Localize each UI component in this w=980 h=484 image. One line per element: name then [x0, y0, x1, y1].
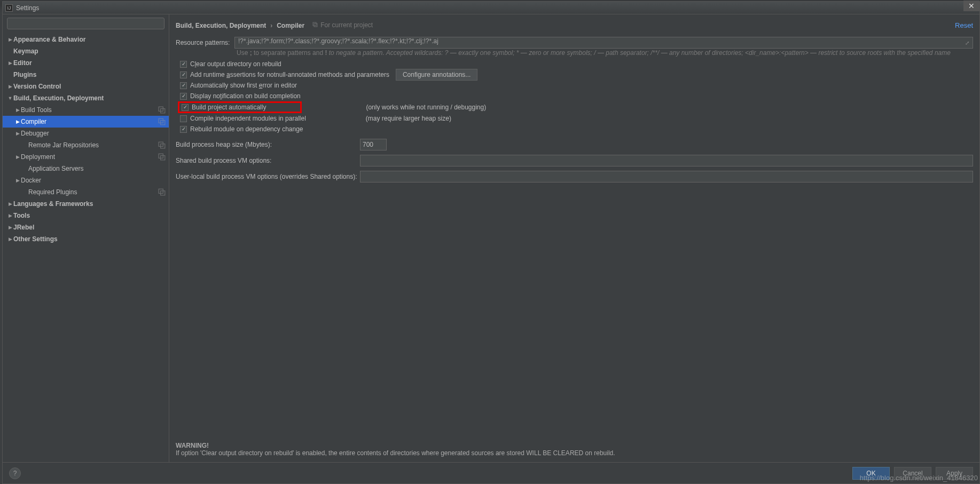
app-icon: IJ	[5, 4, 13, 12]
copy-icon	[158, 153, 166, 161]
sidebar-item-deployment[interactable]: ▶Deployment	[3, 151, 169, 163]
close-icon[interactable]: ✕	[963, 1, 979, 11]
chevron-icon: ▶	[14, 154, 21, 160]
shared-vm-label: Shared build process VM options:	[176, 157, 360, 164]
reset-link[interactable]: Reset	[955, 21, 973, 29]
sidebar-item-build-tools[interactable]: ▶Build Tools	[3, 104, 169, 116]
compile-parallel-note: (may require larger heap size)	[366, 115, 451, 122]
sidebar-item-build-execution-deployment[interactable]: ▼Build, Execution, Deployment	[3, 92, 169, 104]
sidebar-item-jrebel[interactable]: ▶JRebel	[3, 221, 169, 233]
breadcrumb-part: Build, Execution, Deployment	[176, 22, 266, 29]
copy-icon	[158, 106, 166, 114]
sidebar-item-keymap[interactable]: Keymap	[3, 45, 169, 57]
sidebar-item-application-servers[interactable]: Application Servers	[3, 163, 169, 174]
breadcrumb-sep: ›	[270, 22, 272, 29]
add-runtime-label[interactable]: Add runtime assertions for notnull-annot…	[190, 71, 389, 78]
svg-rect-10	[313, 22, 316, 26]
title-bar: IJ Settings ✕	[3, 2, 979, 14]
sidebar-item-label: Build, Execution, Deployment	[13, 94, 104, 102]
resource-patterns-label: Resource patterns:	[176, 39, 234, 46]
auto-show-error-label[interactable]: Automatically show first error in editor	[190, 82, 297, 89]
resource-patterns-input[interactable]: !?*.java;!?*.form;!?*.class;!?*.groovy;!…	[234, 37, 973, 49]
sidebar-item-label: Debugger	[21, 130, 49, 137]
sidebar-item-label: Other Settings	[13, 235, 58, 243]
warning-block: WARNING! If option 'Clear output directo…	[176, 442, 973, 462]
heap-size-label: Build process heap size (Mbytes):	[176, 141, 360, 148]
chevron-icon: ▶	[14, 119, 21, 124]
chevron-icon: ▶	[14, 178, 21, 183]
expand-icon[interactable]: ⤢	[963, 38, 971, 47]
window-title: Settings	[16, 4, 39, 12]
sidebar-item-label: Languages & Frameworks	[13, 200, 93, 208]
sidebar-item-label: Docker	[21, 177, 41, 184]
sidebar: 🔍▾ ▶Appearance & BehaviorKeymap▶EditorPl…	[3, 14, 169, 462]
chevron-icon: ▼	[7, 96, 13, 101]
sidebar-item-docker[interactable]: ▶Docker	[3, 174, 169, 186]
rebuild-dep-checkbox[interactable]	[180, 126, 187, 133]
compile-parallel-checkbox[interactable]	[180, 115, 187, 122]
display-notification-label[interactable]: Display notification on build completion	[190, 92, 301, 100]
resource-patterns-hint: Use ; to separate patterns and ! to nega…	[176, 50, 973, 57]
help-icon[interactable]: ?	[9, 467, 21, 479]
rebuild-dep-label[interactable]: Rebuild module on dependency change	[190, 125, 303, 133]
clear-output-checkbox[interactable]	[180, 61, 187, 68]
sidebar-item-plugins[interactable]: Plugins	[3, 69, 169, 81]
sidebar-item-label: Keymap	[13, 47, 38, 55]
settings-window: IJ Settings ✕ 🔍▾ ▶Appearance & BehaviorK…	[2, 1, 980, 484]
sidebar-item-version-control[interactable]: ▶Version Control	[3, 81, 169, 92]
chevron-icon: ▶	[7, 213, 13, 218]
copy-icon	[158, 188, 166, 196]
breadcrumb: Build, Execution, Deployment › Compiler	[176, 21, 304, 29]
user-vm-input[interactable]	[360, 171, 973, 183]
sidebar-item-debugger[interactable]: ▶Debugger	[3, 128, 169, 139]
compile-parallel-label[interactable]: Compile independent modules in parallel	[190, 115, 306, 122]
sidebar-item-editor[interactable]: ▶Editor	[3, 57, 169, 69]
sidebar-item-tools[interactable]: ▶Tools	[3, 210, 169, 221]
warning-title: WARNING!	[176, 442, 973, 449]
sidebar-item-label: Deployment	[21, 153, 55, 161]
display-notification-checkbox[interactable]	[180, 93, 187, 100]
footer: ? OK Cancel Apply	[3, 462, 979, 483]
sidebar-item-label: Required Plugins	[28, 188, 77, 196]
sidebar-item-label: Tools	[13, 212, 30, 219]
sidebar-item-label: Remote Jar Repositories	[28, 141, 99, 149]
sidebar-item-remote-jar-repositories[interactable]: Remote Jar Repositories	[3, 139, 169, 151]
sidebar-item-languages-frameworks[interactable]: ▶Languages & Frameworks	[3, 198, 169, 210]
chevron-icon: ▶	[7, 225, 13, 230]
sidebar-item-required-plugins[interactable]: Required Plugins	[3, 186, 169, 198]
build-auto-checkbox[interactable]	[182, 104, 189, 111]
copy-icon	[312, 21, 318, 29]
sidebar-item-compiler[interactable]: ▶Compiler	[3, 116, 169, 128]
build-auto-note: (only works while not running / debuggin…	[366, 104, 486, 111]
settings-tree: ▶Appearance & BehaviorKeymap▶EditorPlugi…	[3, 33, 169, 462]
sidebar-item-other-settings[interactable]: ▶Other Settings	[3, 233, 169, 245]
sidebar-item-appearance-behavior[interactable]: ▶Appearance & Behavior	[3, 34, 169, 45]
search-input[interactable]	[7, 18, 164, 29]
build-auto-highlight: Build project automatically	[178, 101, 302, 113]
svg-rect-11	[314, 23, 317, 27]
sidebar-item-label: Build Tools	[21, 106, 52, 114]
for-current-project: For current project	[312, 21, 373, 29]
clear-output-label[interactable]: Clear output directory on rebuild	[190, 60, 281, 68]
breadcrumb-part: Compiler	[277, 22, 304, 29]
copy-icon	[158, 141, 166, 149]
copy-icon	[158, 118, 166, 125]
auto-show-error-checkbox[interactable]	[180, 82, 187, 89]
chevron-icon: ▶	[7, 84, 13, 89]
chevron-icon: ▶	[7, 37, 13, 42]
watermark: https://blog.csdn.net/weixin_41846320	[858, 473, 980, 483]
add-runtime-checkbox[interactable]	[180, 72, 187, 78]
sidebar-item-label: Editor	[13, 59, 32, 67]
shared-vm-input[interactable]	[360, 155, 973, 166]
chevron-icon: ▶	[14, 131, 21, 136]
user-vm-label: User-local build process VM options (ove…	[176, 173, 360, 180]
build-auto-label[interactable]: Build project automatically	[192, 104, 298, 111]
chevron-icon: ▶	[14, 107, 21, 113]
sidebar-item-label: Appearance & Behavior	[13, 36, 85, 43]
sidebar-item-label: JRebel	[13, 224, 34, 231]
chevron-icon: ▶	[7, 201, 13, 207]
sidebar-item-label: Application Servers	[28, 165, 83, 172]
heap-size-input[interactable]	[360, 139, 387, 150]
configure-annotations-button[interactable]: Configure annotations...	[396, 69, 477, 81]
warning-body: If option 'Clear output directory on reb…	[176, 449, 973, 457]
